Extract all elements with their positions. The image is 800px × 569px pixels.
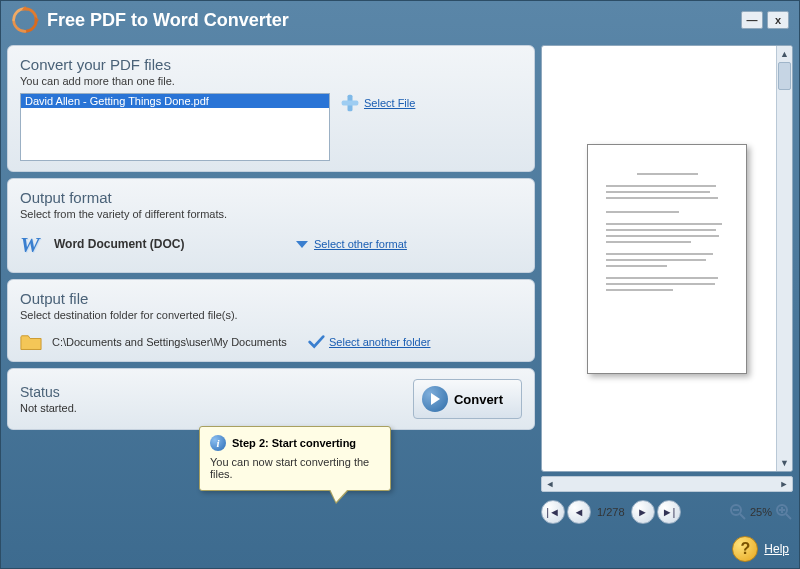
svg-rect-3 xyxy=(342,101,359,106)
output-subtitle: Select destination folder for converted … xyxy=(20,309,522,321)
select-format-button[interactable]: Select other format xyxy=(294,236,407,252)
status-title: Status xyxy=(20,384,403,400)
select-folder-label: Select another folder xyxy=(329,336,431,348)
preview-pane: ▲ ▼ xyxy=(541,45,793,472)
app-window: Free PDF to Word Converter — x Convert y… xyxy=(0,0,800,569)
help-link[interactable]: Help xyxy=(764,542,789,556)
word-icon: W xyxy=(20,232,44,256)
folder-icon xyxy=(20,333,42,351)
current-format: Word Document (DOC) xyxy=(54,237,284,251)
play-icon xyxy=(422,386,448,412)
hint-tooltip: i Step 2: Start converting You can now s… xyxy=(199,426,391,491)
zoom-level: 25% xyxy=(750,506,772,518)
select-file-button[interactable]: Select File xyxy=(340,93,415,113)
info-icon: i xyxy=(210,435,226,451)
svg-line-9 xyxy=(786,514,791,519)
scroll-down-icon[interactable]: ▼ xyxy=(777,455,792,471)
file-item[interactable]: David Allen - Getting Things Done.pdf xyxy=(21,94,329,108)
minimize-button[interactable]: — xyxy=(741,11,763,29)
horizontal-scrollbar[interactable]: ◄ ► xyxy=(541,476,793,492)
page-thumbnail xyxy=(587,144,747,374)
window-controls: — x xyxy=(741,11,789,29)
status-panel: Status Not started. Convert xyxy=(7,368,535,430)
tooltip-body: You can now start converting the files. xyxy=(210,456,380,480)
close-button[interactable]: x xyxy=(767,11,789,29)
titlebar: Free PDF to Word Converter — x xyxy=(1,1,799,39)
vertical-scrollbar[interactable]: ▲ ▼ xyxy=(776,46,792,471)
select-folder-button[interactable]: Select another folder xyxy=(307,333,431,351)
format-title: Output format xyxy=(20,189,522,206)
output-title: Output file xyxy=(20,290,522,307)
convert-button[interactable]: Convert xyxy=(413,379,522,419)
prev-page-button[interactable]: ◄ xyxy=(567,500,591,524)
select-format-label: Select other format xyxy=(314,238,407,250)
preview-navbar: |◄ ◄ 1/278 ► ►| 25% xyxy=(541,498,793,526)
svg-marker-4 xyxy=(296,241,308,248)
scroll-left-icon[interactable]: ◄ xyxy=(542,477,558,491)
format-subtitle: Select from the variety of different for… xyxy=(20,208,522,220)
app-title: Free PDF to Word Converter xyxy=(47,10,741,31)
convert-subtitle: You can add more than one file. xyxy=(20,75,522,87)
status-value: Not started. xyxy=(20,402,403,414)
plus-icon xyxy=(340,93,360,113)
chevron-down-icon xyxy=(294,236,310,252)
tooltip-title: Step 2: Start converting xyxy=(232,437,356,449)
scroll-right-icon[interactable]: ► xyxy=(776,477,792,491)
convert-title: Convert your PDF files xyxy=(20,56,522,73)
output-path: C:\Documents and Settings\user\My Docume… xyxy=(52,336,297,348)
output-panel: Output file Select destination folder fo… xyxy=(7,279,535,362)
convert-panel: Convert your PDF files You can add more … xyxy=(7,45,535,172)
help-icon: ? xyxy=(732,536,758,562)
last-page-button[interactable]: ►| xyxy=(657,500,681,524)
next-page-button[interactable]: ► xyxy=(631,500,655,524)
page-indicator: 1/278 xyxy=(593,506,629,518)
format-panel: Output format Select from the variety of… xyxy=(7,178,535,273)
convert-label: Convert xyxy=(454,392,503,407)
check-icon xyxy=(307,333,325,351)
zoom-out-button[interactable] xyxy=(729,503,747,521)
zoom-in-button[interactable] xyxy=(775,503,793,521)
scroll-thumb[interactable] xyxy=(778,62,791,90)
scroll-up-icon[interactable]: ▲ xyxy=(777,46,792,62)
first-page-button[interactable]: |◄ xyxy=(541,500,565,524)
svg-line-6 xyxy=(740,514,745,519)
file-list[interactable]: David Allen - Getting Things Done.pdf xyxy=(20,93,330,161)
app-logo-icon xyxy=(11,6,39,34)
select-file-label: Select File xyxy=(364,97,415,109)
